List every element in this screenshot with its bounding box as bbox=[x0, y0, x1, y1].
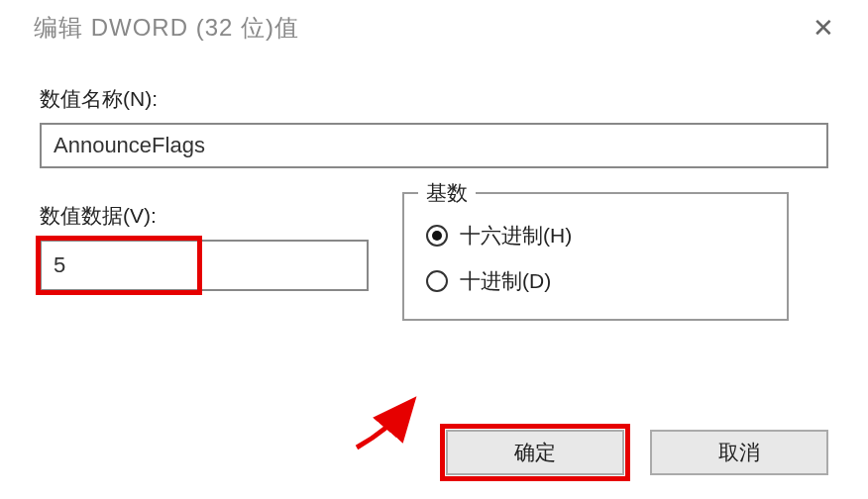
button-row: 确定 取消 bbox=[446, 430, 828, 475]
value-name-text: AnnounceFlags bbox=[54, 133, 205, 158]
radio-dec[interactable]: 十进制(D) bbox=[426, 267, 765, 295]
value-data-input[interactable]: 5 bbox=[40, 240, 369, 291]
ok-button[interactable]: 确定 bbox=[446, 430, 624, 475]
ok-button-label: 确定 bbox=[514, 439, 556, 466]
radio-dec-indicator bbox=[426, 270, 448, 292]
value-data-text: 5 bbox=[54, 252, 65, 278]
value-name-input[interactable]: AnnounceFlags bbox=[40, 123, 828, 168]
base-groupbox: 基数 十六进制(H) 十进制(D) bbox=[402, 192, 789, 321]
close-icon[interactable]: ✕ bbox=[807, 13, 840, 44]
value-data-label: 数值数据(V): bbox=[40, 202, 369, 230]
dialog-title: 编辑 DWORD (32 位)值 bbox=[34, 12, 299, 44]
radio-hex-label: 十六进制(H) bbox=[460, 222, 572, 250]
radio-dec-label: 十进制(D) bbox=[460, 267, 551, 295]
base-legend: 基数 bbox=[418, 179, 476, 207]
radio-hex-indicator bbox=[426, 225, 448, 247]
cancel-button-label: 取消 bbox=[718, 439, 760, 466]
dialog-content: 数值名称(N): AnnounceFlags 数值数据(V): 5 基数 十六进… bbox=[0, 51, 868, 321]
radio-hex[interactable]: 十六进制(H) bbox=[426, 222, 765, 250]
title-bar: 编辑 DWORD (32 位)值 ✕ bbox=[0, 0, 868, 51]
annotation-arrow-icon bbox=[349, 390, 428, 459]
cancel-button[interactable]: 取消 bbox=[650, 430, 828, 475]
value-name-label: 数值名称(N): bbox=[40, 85, 828, 113]
